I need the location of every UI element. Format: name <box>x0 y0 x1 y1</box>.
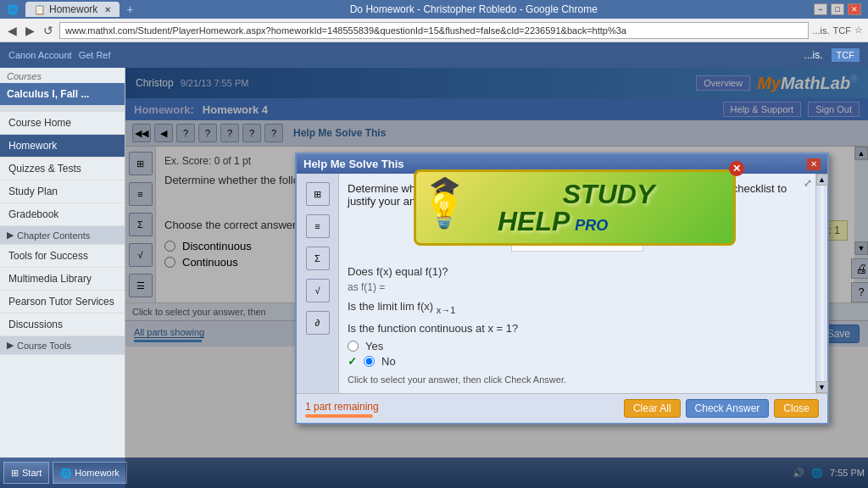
sidebar-item-course-home[interactable]: Course Home <box>0 112 125 135</box>
help-step2-text: Is the limit lim f(x) x→1 <box>348 300 807 315</box>
nav-extra-1: ...is. <box>812 25 829 36</box>
address-bar[interactable] <box>59 22 809 39</box>
close-btn[interactable]: ✕ <box>848 3 861 15</box>
browser-toolbar: Canon Account Get Ref ...is. TCF <box>0 42 868 68</box>
check-mark-icon: ✓ <box>348 355 357 368</box>
help-step1-sub: as f(1) = <box>348 281 807 293</box>
study-help-mascot-icon: 🎓 💡 <box>423 176 465 227</box>
nav-bar: ◀ ▶ ↺ ...is. TCF ☆ <box>0 19 868 42</box>
study-help-line1: STUDY <box>498 180 720 208</box>
help-step-1: Does f(x) equal f(1)? as f(1) = <box>348 265 807 293</box>
sidebar: Courses Calculus I, Fall ... Course Home… <box>0 68 125 488</box>
maximize-btn[interactable]: □ <box>831 3 844 15</box>
help-clear-btn[interactable]: Clear All <box>624 399 681 418</box>
study-help-overlay: ✕ 🎓 💡 STUDY HELP PRO <box>414 169 736 246</box>
courses-label: Courses <box>0 68 125 83</box>
help-step3-q: Is the function continuous at x = 1? <box>348 322 807 335</box>
sidebar-item-pearson[interactable]: Pearson Tutor Services <box>0 291 125 313</box>
sidebar-item-study-plan[interactable]: Study Plan <box>0 180 125 203</box>
help-no-radio[interactable] <box>364 356 375 367</box>
content-area: Christop 9/21/13 7:55 PM Overview MyMath… <box>125 68 868 488</box>
study-help-line2-row: HELP PRO <box>498 208 720 235</box>
remaining-text: 1 part remaining <box>305 401 379 413</box>
remaining-bar <box>305 414 373 418</box>
help-click-instruction: Click to select your answer, then click … <box>348 374 807 385</box>
help-choices: Yes ✓ No <box>348 340 807 368</box>
help-scrollbar: ▲ ▼ <box>815 174 827 393</box>
help-choice-no: ✓ No <box>348 355 807 368</box>
sidebar-item-gradebook[interactable]: Gradebook <box>0 203 125 226</box>
study-help-close-btn[interactable]: ✕ <box>729 161 744 176</box>
title-bar: 🌐 📋 Homework ✕ + Do Homework - Christoph… <box>0 0 868 19</box>
expand-icon[interactable]: ⤢ <box>804 177 812 189</box>
study-help-line2: HELP <box>498 208 570 235</box>
start-label: Start <box>22 468 42 478</box>
sidebar-item-tools[interactable]: Tools for Success <box>0 245 125 268</box>
help-remaining: 1 part remaining <box>305 400 379 418</box>
help-tool-1[interactable]: ⊞ <box>306 182 330 206</box>
help-dialog-close-btn[interactable]: ✕ <box>807 158 821 170</box>
help-scroll-track <box>821 186 824 381</box>
toolbar-left: Canon Account Get Ref <box>8 50 111 60</box>
help-tool-5[interactable]: ∂ <box>306 311 330 335</box>
sidebar-item-multimedia[interactable]: Multimedia Library <box>0 268 125 291</box>
extra-1: ...is. <box>804 49 823 61</box>
title-bar-left: 🌐 📋 Homework ✕ + <box>7 2 134 17</box>
sidebar-item-homework[interactable]: Homework <box>0 135 125 158</box>
help-dialog-bottom: 1 part remaining Clear All Check Answer … <box>297 393 827 423</box>
taskbar-homework-btn[interactable]: 🌐 Homework <box>53 462 127 484</box>
help-yes-radio[interactable] <box>348 341 359 352</box>
help-close-btn[interactable]: Close <box>774 399 819 418</box>
help-tool-2[interactable]: ≡ <box>306 214 330 238</box>
chevron-right-icon-2: ▶ <box>7 340 14 351</box>
study-help-pro: PRO <box>575 217 608 235</box>
help-step1-text: Does f(x) equal f(1)? <box>348 265 807 278</box>
minimize-btn[interactable]: − <box>814 3 827 15</box>
start-icon: ⊞ <box>11 468 19 479</box>
sidebar-item-discussions[interactable]: Discussions <box>0 313 125 336</box>
sidebar-divider-1 <box>0 105 125 112</box>
tcf-btn[interactable]: TCF <box>832 48 860 62</box>
help-check-btn[interactable]: Check Answer <box>686 399 770 418</box>
get-ref-link[interactable]: Get Ref <box>79 50 111 60</box>
course-name[interactable]: Calculus I, Fall ... <box>0 83 125 105</box>
window-controls: − □ ✕ <box>814 3 861 15</box>
sidebar-item-quizzes[interactable]: Quizzes & Tests <box>0 158 125 180</box>
sidebar-course-tools-label: Course Tools <box>17 341 71 351</box>
forward-btn[interactable]: ▶ <box>23 24 37 37</box>
star-icon[interactable]: ☆ <box>854 25 863 36</box>
study-help-banner[interactable]: 🎓 💡 STUDY HELP PRO <box>414 169 736 246</box>
help-dialog-tools: ⊞ ≡ Σ √ ∂ <box>297 174 339 393</box>
study-help-text: STUDY HELP PRO <box>498 180 720 235</box>
help-scroll-up[interactable]: ▲ <box>816 174 828 186</box>
taskbar-item-label: 🌐 Homework <box>60 468 120 479</box>
browser-tab[interactable]: 📋 Homework ✕ <box>25 2 120 17</box>
help-tool-4[interactable]: √ <box>306 279 330 302</box>
help-bottom-btns: Clear All Check Answer Close <box>624 399 819 418</box>
browser-window: 🌐 📋 Homework ✕ + Do Homework - Christoph… <box>0 0 868 488</box>
help-no-label: No <box>381 355 396 368</box>
help-scroll-down[interactable]: ▼ <box>816 381 828 393</box>
canon-account-link[interactable]: Canon Account <box>8 50 72 60</box>
help-tool-3[interactable]: Σ <box>306 247 330 270</box>
window-title: Do Homework - Christopher Robledo - Goog… <box>134 3 814 15</box>
help-choice-yes: Yes <box>348 340 807 352</box>
sidebar-chapter-label: Chapter Contents <box>17 230 90 241</box>
chevron-right-icon: ▶ <box>7 230 14 241</box>
help-yes-label: Yes <box>365 340 383 352</box>
toolbar-right: ...is. TCF <box>804 48 860 62</box>
nav-extras: ...is. TCF ☆ <box>812 25 863 36</box>
tab-label: Homework <box>49 3 97 15</box>
help-dialog-title-text: Help Me Solve This <box>303 158 403 170</box>
main-area: Courses Calculus I, Fall ... Course Home… <box>0 68 868 488</box>
nav-extra-2: TCF <box>833 25 851 36</box>
sidebar-section-course-tools[interactable]: ▶ Course Tools <box>0 336 125 355</box>
help-step-3: Is the function continuous at x = 1? Yes… <box>348 322 807 368</box>
help-step-2: Is the limit lim f(x) x→1 <box>348 300 807 315</box>
start-btn[interactable]: ⊞ Start <box>3 462 49 484</box>
back-btn[interactable]: ◀ <box>5 24 19 37</box>
sidebar-section-chapter[interactable]: ▶ Chapter Contents <box>0 226 125 245</box>
refresh-btn[interactable]: ↺ <box>41 24 56 37</box>
